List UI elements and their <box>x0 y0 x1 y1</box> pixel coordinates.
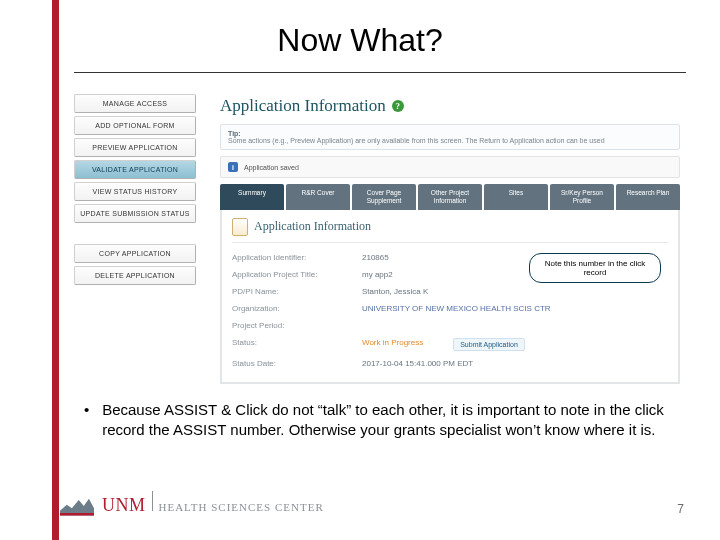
help-icon[interactable]: ? <box>392 100 404 112</box>
logo-unm: UNM <box>102 495 146 516</box>
bullet-marker: • <box>84 400 98 420</box>
tab-research-plan[interactable]: Research Plan <box>616 184 680 210</box>
tab-bar: Summary R&R Cover Cover Page Supplement … <box>220 184 680 210</box>
unm-logo-icon <box>60 492 94 516</box>
form-box: Application Information Application Iden… <box>220 210 680 384</box>
value-project-title: my app2 <box>362 270 393 279</box>
label-organization: Organization: <box>232 304 362 313</box>
row-project-period: Project Period: <box>232 317 668 334</box>
label-status: Status: <box>232 338 362 351</box>
form-heading: Application Information <box>232 218 668 243</box>
delete-application-button[interactable]: DELETE APPLICATION <box>74 266 196 285</box>
logo-hsc: HEALTH SCIENCES CENTER <box>159 501 324 513</box>
application-panel: Application Information ? Tip: Some acti… <box>214 88 686 378</box>
title-underline <box>74 72 686 73</box>
row-status: Status: Work in Progress Submit Applicat… <box>232 334 668 355</box>
info-icon: i <box>228 162 238 172</box>
tab-sites[interactable]: Sites <box>484 184 548 210</box>
tip-box: Tip: Some actions (e.g., Preview Applica… <box>220 124 680 150</box>
sidebar-actions-primary: MANAGE ACCESS ADD OPTIONAL FORM PREVIEW … <box>74 94 196 223</box>
label-pdpi-name: PD/PI Name: <box>232 287 362 296</box>
callout-note-number: Note this number in the click record <box>529 253 661 283</box>
value-app-identifier: 210865 <box>362 253 389 262</box>
update-submission-status-button[interactable]: UPDATE SUBMISSION STATUS <box>74 204 196 223</box>
row-pdpi-name: PD/PI Name: Stanton, Jessica K <box>232 283 668 300</box>
saved-text: Application saved <box>244 164 299 171</box>
validate-application-button[interactable]: VALIDATE APPLICATION <box>74 160 196 179</box>
label-project-title: Application Project Title: <box>232 270 362 279</box>
tip-text: Some actions (e.g., Preview Application)… <box>228 137 605 144</box>
tab-cover-page-supplement[interactable]: Cover Page Supplement <box>352 184 416 210</box>
bullet-paragraph: • Because ASSIST & Click do not “talk” t… <box>84 400 684 441</box>
sidebar-actions-secondary: COPY APPLICATION DELETE APPLICATION <box>74 244 196 285</box>
callout-text: Note this number in the click record <box>545 259 646 277</box>
tab-summary[interactable]: Summary <box>220 184 284 210</box>
value-status-date: 2017-10-04 15:41.000 PM EDT <box>362 359 473 368</box>
tab-srkey-person[interactable]: Sr/Key Person Profile <box>550 184 614 210</box>
manage-access-button[interactable]: MANAGE ACCESS <box>74 94 196 113</box>
accent-bar <box>52 0 59 540</box>
page-number: 7 <box>677 502 684 516</box>
panel-title: Application Information ? <box>214 88 686 120</box>
application-screenshot: MANAGE ACCESS ADD OPTIONAL FORM PREVIEW … <box>74 88 686 378</box>
tab-rr-cover[interactable]: R&R Cover <box>286 184 350 210</box>
copy-application-button[interactable]: COPY APPLICATION <box>74 244 196 263</box>
saved-bar: i Application saved <box>220 156 680 178</box>
tip-label: Tip: <box>228 130 241 137</box>
value-organization: UNIVERSITY OF NEW MEXICO HEALTH SCIS CTR <box>362 304 551 313</box>
footer-logo: UNM HEALTH SCIENCES CENTER <box>60 491 324 516</box>
row-organization: Organization: UNIVERSITY OF NEW MEXICO H… <box>232 300 668 317</box>
label-project-period: Project Period: <box>232 321 362 330</box>
value-pdpi-name: Stanton, Jessica K <box>362 287 428 296</box>
logo-divider <box>152 491 153 511</box>
label-status-date: Status Date: <box>232 359 362 368</box>
label-app-identifier: Application Identifier: <box>232 253 362 262</box>
row-status-date: Status Date: 2017-10-04 15:41.000 PM EDT <box>232 355 668 372</box>
preview-application-button[interactable]: PREVIEW APPLICATION <box>74 138 196 157</box>
document-icon <box>232 218 248 236</box>
slide-title: Now What? <box>0 22 720 59</box>
panel-title-text: Application Information <box>220 96 386 116</box>
form-heading-text: Application Information <box>254 219 371 234</box>
view-status-history-button[interactable]: VIEW STATUS HISTORY <box>74 182 196 201</box>
submit-application-button[interactable]: Submit Application <box>453 338 525 351</box>
bullet-text: Because ASSIST & Click do not “talk” to … <box>102 400 682 441</box>
value-status: Work in Progress <box>362 338 423 351</box>
footer-logo-text: UNM HEALTH SCIENCES CENTER <box>102 491 324 516</box>
add-optional-form-button[interactable]: ADD OPTIONAL FORM <box>74 116 196 135</box>
tab-other-project-info[interactable]: Other Project Information <box>418 184 482 210</box>
